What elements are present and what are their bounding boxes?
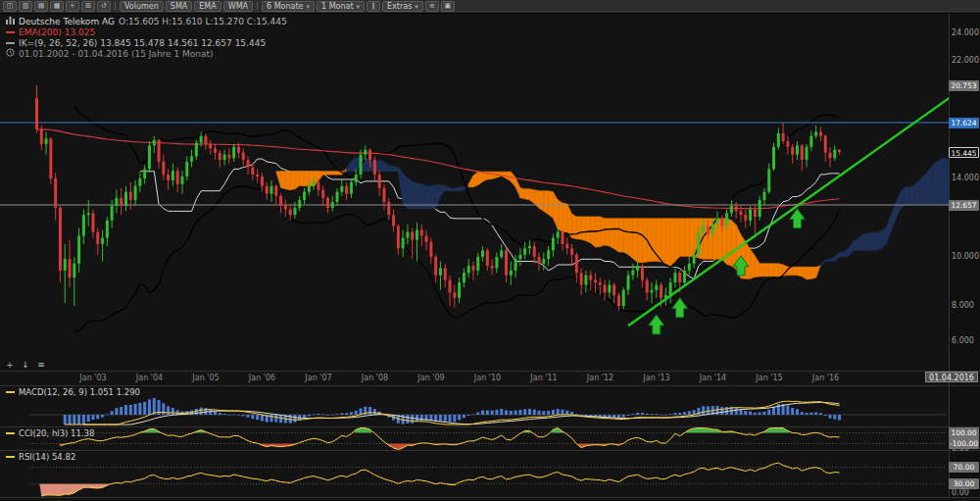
x-axis-label: Jan '10 [474, 374, 501, 382]
trading-chart-app: ◫▥▤▦+⊞↺VolumenSMAEMAWMA6 Monate▾1 Monat▾… [0, 0, 980, 501]
macd-legend-text: MACD(12, 26, 9) 1.051 1.290 [19, 387, 140, 397]
ema-legend-row[interactable]: EMA(200) 13.025 [6, 26, 287, 37]
grid-icon[interactable]: ⊞ [81, 1, 95, 12]
date-range-row: 01.01.2002 - 01.04.2016 (15 Jahre 1 Mona… [6, 48, 287, 59]
panel-separator [0, 385, 980, 386]
candlestick-chart-icon[interactable]: ▥ [19, 1, 32, 12]
instrument-row[interactable]: Deutsche Telekom AG O:15.605 H:15.610 L:… [6, 16, 287, 26]
top-toolbar: ◫▥▤▦+⊞↺VolumenSMAEMAWMA6 Monate▾1 Monat▾… [0, 0, 980, 14]
ichimoku-legend-text: IK=(9, 26, 52, 26) 13.845 15.478 14.561 … [19, 38, 266, 48]
current-date-badge: 01.04.2016 [925, 372, 978, 382]
x-axis-label: Jan '06 [249, 374, 275, 382]
x-axis-label: Jan '04 [136, 374, 163, 382]
macd-panel [29, 398, 947, 425]
x-axis-label: Jan '13 [643, 374, 669, 382]
toolbar-button-ema[interactable]: EMA [194, 1, 220, 12]
x-axis-label: Jan '14 [700, 374, 726, 382]
price-tick-14.000: 14.000 [952, 174, 979, 182]
x-axis-label: Jan '09 [417, 374, 444, 382]
price-tick-20.753: 20.753 [949, 80, 979, 91]
trendline-annotation[interactable] [628, 92, 956, 326]
toolbar-button-wma[interactable]: WMA [223, 1, 253, 12]
ema-line-swatch [6, 31, 15, 33]
chevron-down-icon: ▾ [306, 3, 310, 11]
x-axis-label: Jan '15 [756, 374, 782, 382]
rsi-panel [29, 463, 947, 496]
cci-legend[interactable]: CCI(20, hl3) 11.38 [6, 428, 94, 438]
instrument-name: Deutsche Telekom AG [19, 17, 115, 26]
x-axis-label: Jan '03 [79, 374, 106, 382]
price-tick-15.445: 15.445 [949, 147, 979, 158]
cci-series-swatch [6, 432, 15, 434]
chart-legend: Deutsche Telekom AG O:15.605 H:15.610 L:… [6, 16, 287, 59]
toolbar-button-volumen[interactable]: Volumen [120, 1, 164, 12]
settings-icon[interactable]: ▣ [441, 1, 455, 12]
ichimoku-legend-row[interactable]: IK=(9, 26, 52, 26) 13.845 15.478 14.561 … [6, 37, 287, 48]
up-arrow-icon [789, 209, 805, 228]
macd-series-swatch [6, 391, 15, 393]
panel-axis-label: 30.00 [949, 478, 979, 489]
price-tick-6.000: 6.000 [952, 336, 974, 345]
ohlc-values: O:15.605 H:15.610 L:15.270 C:15.445 [119, 17, 287, 26]
x-axis-label: Jan '07 [305, 374, 331, 382]
chevron-down-icon: ▾ [357, 3, 361, 11]
add-indicator-icon[interactable]: + [66, 1, 79, 12]
layout-icon[interactable]: ◫ [3, 1, 17, 12]
chevron-down-icon: ▾ [415, 3, 418, 11]
panel-separator [0, 450, 980, 451]
price-tick-10.000: 10.000 [952, 252, 979, 261]
price-tick-12.657: 12.657 [949, 200, 979, 211]
undo-icon[interactable]: ↺ [97, 1, 111, 12]
panel-axis-label: 70.00 [949, 462, 979, 473]
price-tick-24.000: 24.000 [952, 28, 979, 37]
ichimoku-line-swatch [6, 42, 15, 44]
instrument-bars-icon [6, 16, 15, 26]
macd-legend[interactable]: MACD(12, 26, 9) 1.051 1.290 [6, 387, 140, 397]
cci-panel [29, 428, 947, 450]
panel-axis-label: -100.00 [949, 438, 979, 449]
up-arrow-icon [672, 298, 688, 318]
dropdown-range[interactable]: 6 Monate▾ [262, 1, 315, 12]
x-axis-label: Jan '16 [812, 374, 839, 382]
panel-separator [0, 371, 980, 372]
clock-icon [6, 48, 15, 59]
chart-mini-toolbar: +↓≡ [4, 359, 47, 371]
panel-separator [0, 426, 980, 427]
price-tick-22.000: 22.000 [952, 56, 979, 65]
line-chart-icon[interactable]: ▦ [50, 1, 64, 12]
rsi-legend-text: RSI(14) 54.82 [19, 452, 75, 462]
up-arrow-icon [649, 315, 664, 334]
x-axis-label: Jan '11 [530, 374, 557, 382]
rsi-legend[interactable]: RSI(14) 54.82 [6, 452, 75, 462]
x-axis-label: Jan '08 [362, 374, 388, 382]
price-tick-17.624: 17.624 [949, 118, 979, 128]
panel-separator [0, 497, 980, 498]
x-axis-label: Jan '12 [587, 374, 613, 382]
toolbar-button-sma[interactable]: SMA [166, 1, 192, 12]
list-icon[interactable]: ≡ [425, 1, 439, 12]
date-range-text: 01.01.2002 - 01.04.2016 (15 Jahre 1 Mona… [19, 49, 214, 59]
ema-legend-text: EMA(200) 13.025 [19, 27, 95, 37]
jump-latest-icon[interactable]: ↓ [20, 359, 31, 371]
cci-legend-text: CCI(20, hl3) 11.38 [19, 428, 94, 438]
x-axis-label: Jan '05 [192, 374, 219, 382]
rsi-series-swatch [6, 456, 15, 458]
price-tick-8.000: 8.000 [952, 301, 974, 310]
toolbar-separator [115, 2, 116, 11]
panel-axis-label: 100.00 [949, 427, 979, 438]
toolbar-separator [257, 2, 258, 11]
dropdown-extras[interactable]: Extras▾ [382, 1, 423, 12]
dropdown-interval[interactable]: 1 Monat▾ [317, 1, 365, 12]
crosshair-icon[interactable]: + [4, 359, 16, 371]
bar-chart-icon[interactable]: ▤ [34, 1, 48, 12]
main-chart-layer[interactable] [0, 85, 961, 334]
pause-icon[interactable]: ∥ [367, 1, 380, 12]
panel-axis-label: 0.00 [952, 488, 969, 497]
chart-menu-icon[interactable]: ≡ [35, 359, 47, 371]
